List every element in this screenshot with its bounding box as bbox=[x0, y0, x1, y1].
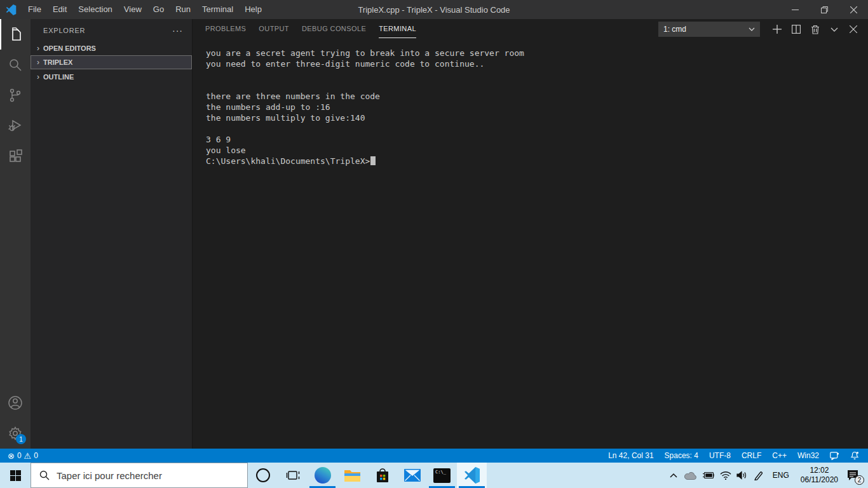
terminal-line: you lose bbox=[206, 146, 862, 156]
close-panel-icon[interactable] bbox=[844, 21, 863, 37]
settings-gear-icon[interactable]: 1 bbox=[0, 418, 31, 449]
section-open-editors[interactable]: › OPEN EDITORS bbox=[31, 41, 192, 55]
terminal-line: you need to enter three-digit numeric co… bbox=[206, 59, 862, 70]
terminal-prompt-line: C:\Users\khali\Documents\TripleX> bbox=[206, 156, 862, 167]
start-button[interactable] bbox=[0, 463, 31, 488]
chevron-right-icon: › bbox=[33, 72, 43, 81]
settings-badge: 1 bbox=[16, 434, 26, 444]
warning-icon: ⚠ bbox=[24, 452, 32, 460]
more-actions-icon[interactable]: ··· bbox=[172, 25, 183, 36]
vscode-logo-icon bbox=[6, 4, 17, 15]
explorer-icon[interactable] bbox=[0, 19, 31, 50]
section-triplex[interactable]: › TRIPLEX bbox=[31, 55, 192, 69]
clock-time: 12:02 bbox=[801, 466, 838, 475]
terminal-cursor bbox=[370, 156, 376, 165]
task-view-button[interactable] bbox=[278, 463, 308, 488]
account-icon[interactable] bbox=[0, 388, 31, 418]
terminal-line: the numbers add-up to :16 bbox=[206, 102, 862, 113]
edge-button[interactable] bbox=[308, 463, 337, 488]
maximize-panel-chevron-icon[interactable] bbox=[825, 21, 844, 37]
terminal-line: you are a secret agent trying to break i… bbox=[206, 48, 862, 59]
language-mode-status[interactable]: C++ bbox=[770, 451, 789, 460]
encoding-status[interactable]: UTF-8 bbox=[707, 451, 733, 460]
terminal-line bbox=[206, 124, 862, 135]
onedrive-cloud-icon[interactable] bbox=[684, 463, 697, 488]
terminal[interactable]: you are a secret agent trying to break i… bbox=[193, 39, 868, 449]
new-terminal-icon[interactable] bbox=[768, 21, 787, 37]
volume-icon[interactable] bbox=[736, 463, 748, 488]
mail-icon bbox=[404, 469, 421, 482]
indentation-status[interactable]: Spaces: 4 bbox=[662, 451, 701, 460]
notification-count-badge: 2 bbox=[855, 475, 864, 485]
run-debug-icon[interactable] bbox=[0, 111, 31, 141]
taskbar-search[interactable] bbox=[31, 463, 248, 488]
error-count: 0 bbox=[17, 451, 22, 460]
language-indicator[interactable]: ENG bbox=[770, 471, 792, 480]
windows-logo-icon bbox=[10, 470, 21, 481]
activity-bar: 1 bbox=[0, 19, 31, 449]
clock[interactable]: 12:02 06/11/2020 bbox=[797, 466, 841, 485]
vscode-icon bbox=[464, 467, 480, 484]
chevron-right-icon: › bbox=[33, 44, 43, 53]
file-explorer-button[interactable] bbox=[337, 463, 367, 488]
store-button[interactable] bbox=[367, 463, 397, 488]
restore-button[interactable] bbox=[810, 0, 839, 19]
close-button[interactable] bbox=[839, 0, 868, 19]
build-target-status[interactable]: Win32 bbox=[795, 451, 822, 460]
vscode-button[interactable] bbox=[457, 463, 487, 488]
split-terminal-icon[interactable] bbox=[787, 21, 806, 37]
command-prompt-button[interactable]: C:\_ bbox=[427, 463, 457, 488]
tab-terminal[interactable]: TERMINAL bbox=[379, 20, 416, 38]
minimize-button[interactable] bbox=[780, 0, 810, 19]
chevron-down-icon bbox=[749, 27, 755, 31]
tray-expand-chevron-icon[interactable] bbox=[668, 463, 679, 488]
wifi-icon[interactable] bbox=[720, 463, 731, 488]
terminal-picker-dropdown[interactable]: 1: cmd bbox=[658, 22, 760, 37]
clock-date: 06/11/2020 bbox=[801, 475, 838, 485]
kill-terminal-trash-icon[interactable] bbox=[806, 21, 825, 37]
section-outline[interactable]: › OUTLINE bbox=[31, 69, 192, 83]
titlebar: File Edit Selection View Go Run Terminal… bbox=[0, 0, 868, 19]
terminal-line bbox=[206, 70, 862, 81]
bottom-panel: PROBLEMS OUTPUT DEBUG CONSOLE TERMINAL 1… bbox=[192, 19, 868, 449]
menu-edit[interactable]: Edit bbox=[47, 0, 72, 19]
menu-go[interactable]: Go bbox=[147, 0, 170, 19]
tab-output[interactable]: OUTPUT bbox=[259, 20, 289, 38]
feedback-icon[interactable] bbox=[827, 452, 842, 460]
source-control-icon[interactable] bbox=[0, 80, 31, 111]
section-label: TRIPLEX bbox=[43, 58, 72, 66]
mail-button[interactable] bbox=[397, 463, 427, 488]
panel-header: PROBLEMS OUTPUT DEBUG CONSOLE TERMINAL 1… bbox=[193, 19, 868, 39]
edge-icon bbox=[315, 467, 331, 484]
cortana-icon bbox=[256, 468, 270, 482]
cortana-button[interactable] bbox=[248, 463, 278, 488]
problems-status[interactable]: ⊗ 0 ⚠ 0 bbox=[5, 451, 41, 460]
notifications-bell-icon[interactable] bbox=[848, 451, 862, 460]
terminal-picker-value: 1: cmd bbox=[663, 25, 686, 34]
eol-status[interactable]: CRLF bbox=[739, 451, 764, 460]
section-label: OUTLINE bbox=[43, 73, 74, 81]
menu-help[interactable]: Help bbox=[239, 0, 268, 19]
cursor-position-status[interactable]: Ln 42, Col 31 bbox=[606, 451, 656, 460]
search-input[interactable] bbox=[57, 470, 247, 481]
terminal-line: there are three numbers in the code bbox=[206, 92, 862, 102]
menu-file[interactable]: File bbox=[22, 0, 47, 19]
tab-debug-console[interactable]: DEBUG CONSOLE bbox=[302, 20, 366, 38]
section-label: OPEN EDITORS bbox=[43, 44, 96, 52]
action-center-button[interactable]: 2 bbox=[846, 463, 864, 488]
battery-icon[interactable] bbox=[702, 463, 715, 488]
menu-view[interactable]: View bbox=[118, 0, 147, 19]
windows-ink-pen-icon[interactable] bbox=[753, 463, 764, 488]
chevron-right-icon: › bbox=[33, 58, 43, 67]
search-icon[interactable] bbox=[0, 50, 31, 80]
tab-problems[interactable]: PROBLEMS bbox=[205, 20, 246, 38]
menu-selection[interactable]: Selection bbox=[72, 0, 118, 19]
menu-terminal[interactable]: Terminal bbox=[196, 0, 239, 19]
extensions-icon[interactable] bbox=[0, 141, 31, 172]
store-icon bbox=[375, 468, 390, 484]
error-icon: ⊗ bbox=[8, 452, 15, 460]
command-prompt-icon: C:\_ bbox=[433, 468, 451, 483]
terminal-line: the numbers multiply to give:140 bbox=[206, 113, 862, 124]
menu-run[interactable]: Run bbox=[170, 0, 196, 19]
search-icon bbox=[39, 470, 50, 480]
